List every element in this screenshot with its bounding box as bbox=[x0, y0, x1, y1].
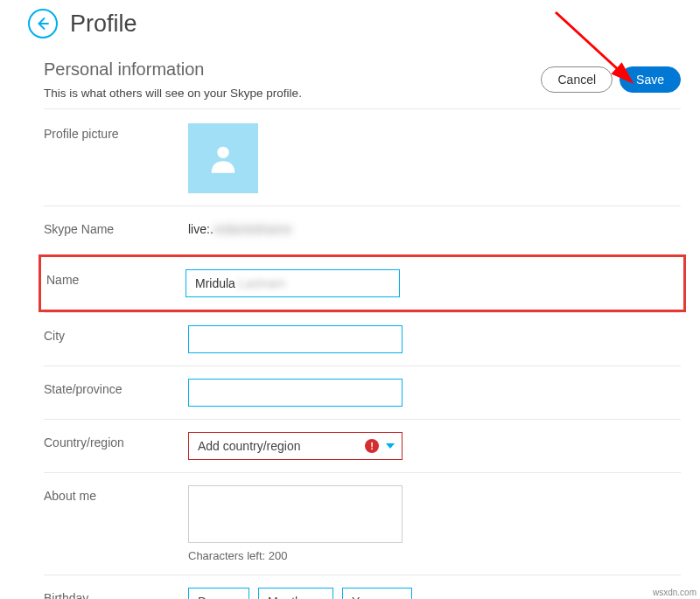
chars-left-text: Characters left: 200 bbox=[188, 549, 681, 562]
city-label: City bbox=[44, 325, 188, 343]
country-select-placeholder: Add country/region bbox=[198, 439, 301, 453]
about-row: About me Characters left: 200 bbox=[44, 472, 681, 575]
save-button[interactable]: Save bbox=[620, 66, 681, 93]
state-row: State/province bbox=[44, 366, 681, 419]
name-row: Name Mridula Lastnam bbox=[38, 254, 686, 312]
skype-name-value: redactedname bbox=[214, 222, 292, 236]
country-row: Country/region Add country/region ! bbox=[44, 419, 681, 472]
birthday-day-select[interactable]: Day bbox=[188, 588, 249, 599]
city-row: City bbox=[44, 312, 681, 366]
svg-point-0 bbox=[217, 147, 228, 158]
birthday-month-select[interactable]: Month bbox=[258, 588, 333, 599]
error-icon: ! bbox=[365, 439, 379, 453]
state-label: State/province bbox=[44, 379, 188, 396]
skype-name-prefix: live:. bbox=[188, 222, 214, 236]
profile-picture-placeholder[interactable] bbox=[188, 123, 258, 193]
name-label: Name bbox=[46, 269, 186, 287]
birthday-year-select[interactable]: Year bbox=[342, 588, 412, 599]
city-input[interactable] bbox=[188, 325, 402, 353]
birthday-label: Birthday bbox=[44, 588, 188, 599]
about-textarea[interactable] bbox=[188, 485, 402, 543]
country-select[interactable]: Add country/region ! bbox=[188, 432, 402, 460]
about-label: About me bbox=[44, 485, 188, 503]
person-icon bbox=[206, 141, 241, 176]
section-title: Personal information bbox=[44, 59, 302, 80]
cancel-button[interactable]: Cancel bbox=[541, 66, 612, 93]
chevron-down-icon bbox=[386, 443, 395, 449]
watermark: wsxdn.com bbox=[653, 588, 696, 597]
profile-picture-row: Profile picture bbox=[44, 108, 681, 205]
arrow-left-icon bbox=[35, 16, 51, 31]
birthday-row: Birthday Day Month Year bbox=[44, 575, 681, 599]
back-button[interactable] bbox=[28, 9, 58, 38]
section-subtitle: This is what others will see on your Sky… bbox=[44, 87, 302, 100]
skype-name-label: Skype Name bbox=[44, 219, 188, 236]
profile-picture-label: Profile picture bbox=[44, 123, 188, 141]
page-title: Profile bbox=[70, 10, 137, 38]
state-input[interactable] bbox=[188, 379, 402, 407]
skype-name-row: Skype Name live:.redactedname bbox=[44, 205, 681, 254]
name-input[interactable]: Mridula Lastnam bbox=[186, 269, 400, 297]
country-label: Country/region bbox=[44, 432, 188, 449]
